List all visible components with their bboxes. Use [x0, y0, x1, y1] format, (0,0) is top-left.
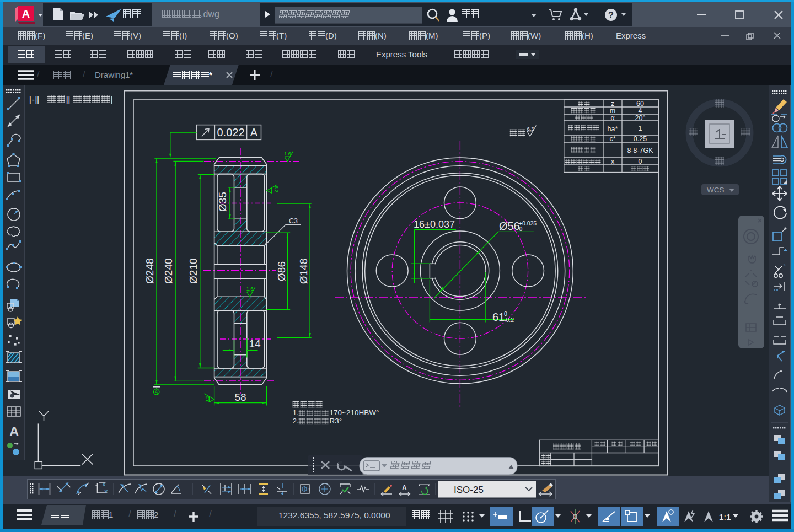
svg-text:][: ][ [66, 95, 71, 104]
svg-text:58: 58 [234, 391, 246, 403]
svg-text:x: x [611, 158, 615, 165]
svg-text:1.: 1. [293, 409, 299, 417]
svg-text:170~210HBW°: 170~210HBW° [330, 409, 379, 417]
svg-text:Ø210: Ø210 [187, 258, 199, 283]
svg-text:?: ? [608, 10, 614, 20]
svg-text:8-8-7GK: 8-8-7GK [627, 147, 653, 154]
svg-text:3.2: 3.2 [205, 396, 210, 403]
svg-text:14: 14 [249, 338, 261, 350]
svg-text:z: z [611, 100, 614, 108]
svg-text:Y: Y [104, 489, 108, 495]
svg-text:20°: 20° [635, 114, 646, 122]
svg-text:X: X [102, 482, 105, 487]
svg-text:Ø56: Ø56 [499, 220, 520, 232]
svg-text:[-][: [-][ [29, 95, 40, 104]
svg-text:A: A [22, 8, 30, 20]
svg-text:A: A [9, 424, 19, 439]
svg-text:A: A [155, 389, 158, 395]
svg-text:ha*: ha* [608, 125, 618, 133]
svg-text:.1: .1 [307, 488, 310, 492]
svg-text:ISO-25: ISO-25 [454, 485, 484, 495]
svg-text:2.: 2. [293, 417, 299, 425]
svg-text:1: 1 [639, 125, 642, 132]
svg-text:1.6: 1.6 [246, 286, 254, 292]
svg-text:R3°: R3° [330, 417, 342, 425]
svg-text:Ø240: Ø240 [163, 258, 174, 283]
svg-text:Ø35: Ø35 [217, 192, 228, 212]
svg-text:]: ] [110, 95, 112, 104]
svg-text:1:1: 1:1 [719, 512, 731, 522]
svg-text:A: A [402, 484, 407, 492]
svg-text:0: 0 [639, 158, 642, 165]
svg-text:16±0.037: 16±0.037 [414, 219, 455, 230]
svg-text:Ø86: Ø86 [276, 261, 287, 281]
svg-text:61: 61 [492, 311, 505, 323]
svg-text:0: 0 [519, 225, 523, 232]
svg-text:A: A [250, 126, 258, 138]
svg-text:6.3: 6.3 [273, 186, 279, 193]
svg-text:WCS: WCS [707, 186, 725, 194]
svg-text:Ø148: Ø148 [298, 259, 309, 284]
svg-text:1232.6355, 582.5975, 0.0000: 1232.6355, 582.5975, 0.0000 [278, 510, 390, 520]
svg-text:60: 60 [636, 100, 644, 108]
svg-text:Ø248: Ø248 [144, 258, 155, 283]
svg-text:c*: c* [609, 135, 615, 143]
svg-text:-0.2: -0.2 [504, 316, 514, 323]
svg-text:1.6: 1.6 [284, 151, 291, 157]
svg-text:0.25: 0.25 [634, 135, 647, 143]
svg-text:α: α [610, 114, 614, 122]
svg-text:C3: C3 [289, 217, 298, 225]
svg-text:0.022: 0.022 [217, 126, 244, 138]
